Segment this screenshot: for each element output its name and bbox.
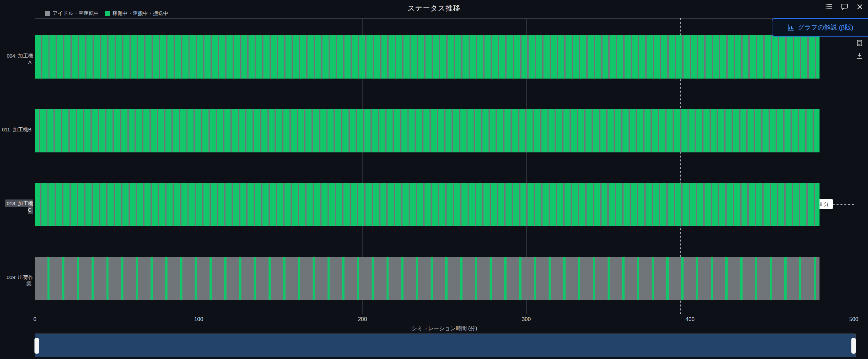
range-slider-left-handle[interactable] bbox=[34, 338, 39, 354]
y-axis-label-text: 009: 出荷作業 bbox=[5, 273, 33, 288]
x-tick-label-100: 100 bbox=[194, 316, 203, 322]
x-tick-label-400: 400 bbox=[686, 316, 695, 322]
range-slider[interactable] bbox=[35, 334, 855, 357]
y-axis-label-011: 011: 加工機B bbox=[0, 127, 33, 133]
x-tick-label-500: 500 bbox=[849, 316, 859, 322]
legend: アイドル・空運転中 稼働中・運搬中・搬送中 bbox=[45, 10, 168, 17]
y-axis-label-text: 011: 加工機B bbox=[0, 126, 33, 133]
legend-item-busy[interactable]: 稼働中・運搬中・搬送中 bbox=[105, 10, 168, 17]
status-bar-row-011[interactable] bbox=[35, 109, 820, 152]
status-bar-row-004[interactable] bbox=[35, 35, 820, 79]
y-axis-label-013: 013: 加工機C bbox=[0, 200, 33, 213]
x-axis-title: シミュレーション時間 (分) bbox=[35, 325, 854, 332]
busy-color-swatch bbox=[105, 11, 110, 16]
comment-icon[interactable] bbox=[840, 3, 848, 11]
status-bar-row-013[interactable] bbox=[35, 183, 820, 226]
x-tick-label-200: 200 bbox=[358, 316, 367, 322]
graph-explain-button[interactable]: グラフの解説 (β版) bbox=[772, 18, 868, 37]
x-axis-line bbox=[35, 314, 854, 314]
graph-explain-label: グラフの解説 (β版) bbox=[798, 23, 853, 32]
idle-color-swatch bbox=[45, 11, 50, 16]
range-slider-right-handle[interactable] bbox=[851, 338, 856, 354]
legend-item-idle[interactable]: アイドル・空運転中 bbox=[45, 10, 99, 17]
download-icon[interactable] bbox=[856, 52, 863, 60]
panel-toolbar bbox=[825, 3, 864, 11]
legend-label-busy: 稼働中・運搬中・搬送中 bbox=[112, 10, 168, 17]
plot-top-border bbox=[35, 18, 854, 19]
y-axis-label-004: 004: 加工機A bbox=[0, 53, 33, 65]
mini-chart-icon bbox=[787, 24, 794, 31]
gridline-x-500 bbox=[854, 18, 854, 314]
legend-list-icon[interactable] bbox=[825, 3, 833, 11]
legend-label-idle: アイドル・空運転中 bbox=[53, 10, 99, 17]
y-axis-label-text: 004: 加工機A bbox=[5, 52, 33, 66]
y-axis-label-text: 013: 加工機C bbox=[5, 199, 33, 214]
side-toolbar bbox=[856, 39, 863, 60]
status-transition-panel: ステータス推移 アイドル・空運転中 稼働中・ bbox=[0, 0, 868, 359]
x-tick-label-0: 0 bbox=[34, 316, 37, 322]
x-tick-label-300: 300 bbox=[522, 316, 531, 322]
report-icon[interactable] bbox=[856, 39, 863, 47]
status-bar-row-009[interactable] bbox=[35, 257, 820, 300]
y-axis-label-009: 009: 出荷作業 bbox=[0, 274, 33, 287]
close-icon[interactable] bbox=[856, 3, 864, 11]
